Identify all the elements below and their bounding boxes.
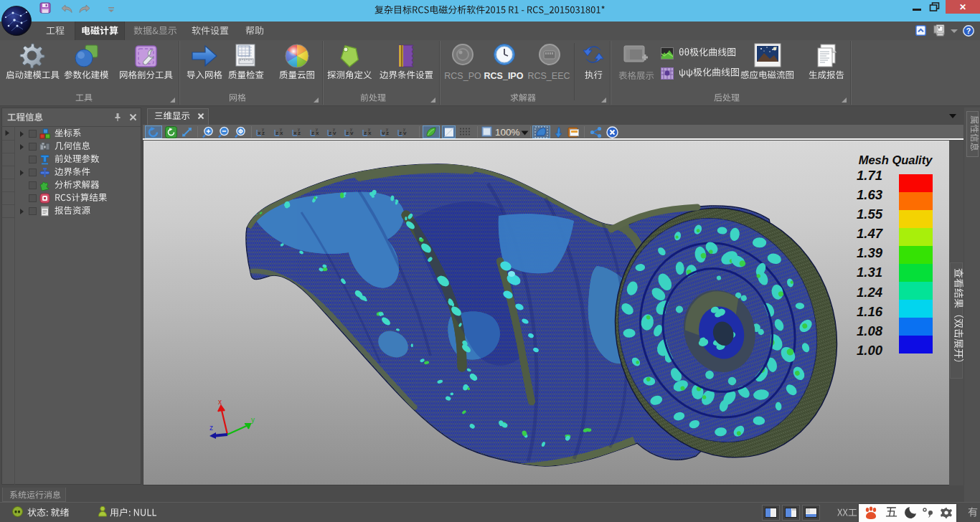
svg-text:z: z: [311, 130, 314, 136]
svg-text:y: y: [298, 127, 300, 131]
svg-text:x: x: [258, 130, 261, 136]
svg-text:y: y: [280, 127, 282, 131]
svg-text:x: x: [218, 398, 222, 406]
svg-text:y: y: [262, 127, 264, 131]
svg-text:z: z: [364, 130, 367, 136]
svg-text:x: x: [293, 130, 297, 136]
svg-text:?: ?: [966, 27, 971, 35]
svg-text:y: y: [350, 127, 352, 131]
svg-text:y: y: [251, 416, 255, 424]
svg-text:y: y: [316, 127, 318, 131]
svg-text:z: z: [209, 424, 213, 432]
svg-text:v: v: [382, 130, 385, 136]
svg-text:y: y: [403, 127, 405, 131]
svg-text:z: z: [329, 130, 331, 136]
svg-text:z: z: [275, 130, 278, 136]
svg-text:z: z: [399, 130, 402, 136]
svg-text:y: y: [368, 127, 370, 131]
svg-text:y: y: [333, 127, 335, 131]
svg-text:z: z: [346, 130, 349, 136]
svg-text:y: y: [386, 127, 388, 131]
